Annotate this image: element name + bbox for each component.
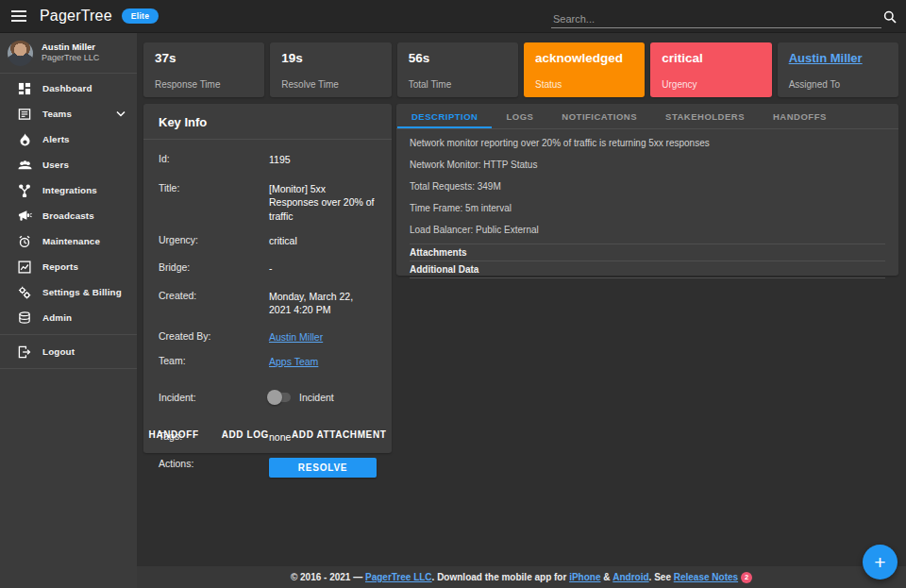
sidebar-item-settings-billing[interactable]: Settings & Billing xyxy=(0,279,137,305)
add-log-button[interactable]: ADD LOG xyxy=(222,429,269,440)
created-by-link[interactable]: Austin Miller xyxy=(269,331,323,343)
resolve-button[interactable]: RESOLVE xyxy=(269,458,377,478)
additional-data-section[interactable]: Additional Data xyxy=(410,260,885,278)
attachments-section[interactable]: Attachments xyxy=(410,244,885,260)
logout-icon xyxy=(17,344,32,360)
hamburger-menu-icon[interactable] xyxy=(0,0,38,33)
admin-database-icon xyxy=(17,311,32,326)
toggle-track xyxy=(269,393,291,402)
tab-description[interactable]: DESCRIPTION xyxy=(397,104,492,128)
chevron-down-icon xyxy=(116,110,126,117)
brand-title[interactable]: PagerTree xyxy=(40,8,112,25)
user-name: Austin Miller xyxy=(42,42,99,53)
toggle-knob xyxy=(267,390,282,405)
users-group-icon xyxy=(17,158,32,173)
sidebar-user-profile[interactable]: Austin Miller PagerTree LLC xyxy=(0,33,137,74)
footer: © 2016 - 2021 — PagerTree LLC. Download … xyxy=(137,566,906,588)
settings-gears-icon xyxy=(17,285,32,300)
alerts-flame-icon xyxy=(17,132,32,147)
sidebar-item-teams[interactable]: Teams xyxy=(0,101,137,126)
incident-toggle[interactable]: Incident xyxy=(269,391,334,404)
dashboard-icon xyxy=(17,81,32,96)
integrations-branch-icon xyxy=(17,183,32,198)
reports-chart-icon xyxy=(17,260,32,275)
sidebar-item-dashboard[interactable]: Dashboard xyxy=(0,76,137,101)
tab-stakeholders[interactable]: STAKEHOLDERS xyxy=(651,104,759,128)
pagertree-llc-link[interactable]: PagerTree LLC xyxy=(365,572,432,582)
android-link[interactable]: Android xyxy=(612,572,648,582)
detail-panel: DESCRIPTION LOGS NOTIFICATIONS STAKEHOLD… xyxy=(396,104,898,276)
maintenance-clock-icon xyxy=(17,234,32,249)
handoff-button[interactable]: HANDOFF xyxy=(149,429,199,440)
key-info-title: Key Info xyxy=(143,104,392,139)
broadcasts-megaphone-icon xyxy=(17,209,32,224)
sidebar-item-maintenance[interactable]: Maintenance xyxy=(0,228,137,254)
sidebar-nav: Dashboard Teams Alerts xyxy=(0,74,137,369)
assigned-to-link[interactable]: Austin Miller xyxy=(789,51,863,65)
plan-badge: Elite xyxy=(122,8,159,24)
key-info-actions: HANDOFF ADD LOG ADD ATTACHMENT xyxy=(143,424,392,445)
sidebar-divider xyxy=(0,334,137,335)
sidebar-item-logout[interactable]: Logout xyxy=(0,339,137,364)
search-bar xyxy=(551,6,898,28)
tab-handoffs[interactable]: HANDOFFS xyxy=(759,104,841,128)
teams-icon xyxy=(17,107,32,122)
tab-notifications[interactable]: NOTIFICATIONS xyxy=(547,104,651,128)
search-input[interactable] xyxy=(551,10,881,28)
stat-card-response-time: 37s Response Time xyxy=(143,42,264,97)
sidebar: Austin Miller PagerTree LLC Dashboard Te… xyxy=(0,33,137,588)
sidebar-item-integrations[interactable]: Integrations xyxy=(0,177,137,203)
plus-icon: + xyxy=(874,552,885,572)
key-info-row-bridge: Bridge: - xyxy=(159,261,377,275)
release-notes-link[interactable]: Release Notes xyxy=(674,572,738,582)
key-info-row-actions: Actions: RESOLVE xyxy=(159,458,377,478)
detail-tabs: DESCRIPTION LOGS NOTIFICATIONS STAKEHOLD… xyxy=(396,104,898,129)
key-info-row-incident: Incident: Incident xyxy=(159,391,377,405)
sidebar-divider xyxy=(0,368,137,369)
key-info-row-title: Title: [Monitor] 5xx Responses over 20% … xyxy=(159,182,377,223)
sidebar-item-alerts[interactable]: Alerts xyxy=(0,126,137,152)
stat-card-assigned-to: Austin Miller Assigned To xyxy=(778,42,898,97)
stat-card-status: acknowledged Status xyxy=(524,42,645,97)
avatar xyxy=(8,41,33,66)
key-info-row-urgency: Urgency: critical xyxy=(159,234,377,247)
key-info-row-id: Id: 1195 xyxy=(159,153,377,166)
pagertree-app: PagerTree Elite Austin Miller PagerTree … xyxy=(0,0,906,588)
stat-card-urgency: critical Urgency xyxy=(650,42,771,97)
key-info-row-created-by: Created By: Austin Miller xyxy=(159,330,377,344)
stats-row: 37s Response Time 19s Resolve Time 56s T… xyxy=(143,42,898,97)
sidebar-item-admin[interactable]: Admin xyxy=(0,305,137,330)
description-content: Network monitor reporting over 20% of tr… xyxy=(396,129,898,278)
sidebar-item-reports[interactable]: Reports xyxy=(0,254,137,279)
sidebar-item-broadcasts[interactable]: Broadcasts xyxy=(0,203,137,228)
key-info-card: Key Info Id: 1195 Title: [Monitor] 5xx R… xyxy=(143,104,392,453)
top-bar: PagerTree Elite xyxy=(0,0,906,33)
sidebar-item-users[interactable]: Users xyxy=(0,152,137,177)
stat-card-resolve-time: 19s Resolve Time xyxy=(270,42,391,97)
key-info-row-created: Created: Monday, March 22, 2021 4:20 PM xyxy=(159,290,377,316)
key-info-row-team: Team: Apps Team xyxy=(159,355,377,368)
team-link[interactable]: Apps Team xyxy=(269,356,318,367)
release-notes-badge: 2 xyxy=(741,572,752,583)
iphone-link[interactable]: iPhone xyxy=(569,572,600,582)
tab-logs[interactable]: LOGS xyxy=(492,104,547,128)
user-org: PagerTree LLC xyxy=(42,53,99,63)
add-fab-button[interactable]: + xyxy=(863,545,898,580)
search-icon[interactable] xyxy=(881,6,898,28)
add-attachment-button[interactable]: ADD ATTACHMENT xyxy=(292,429,386,440)
stat-card-total-time: 56s Total Time xyxy=(397,42,518,97)
